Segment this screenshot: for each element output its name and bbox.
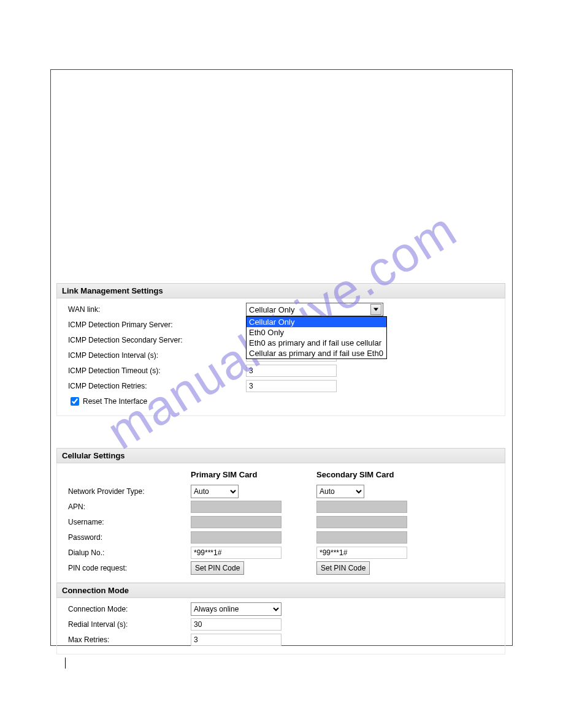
link-management-body: WAN link: Cellular Only Cellular Only Et… [56, 298, 505, 416]
icmp-timeout-input[interactable] [246, 365, 337, 377]
max-retries-label: Max Retries: [68, 635, 191, 644]
set-pin-primary-button[interactable]: Set PIN Code [191, 561, 244, 575]
dialup-primary-input[interactable] [191, 547, 282, 559]
apn-label: APN: [68, 502, 191, 511]
icmp-primary-label: ICMP Detection Primary Server: [68, 320, 246, 329]
wan-link-option[interactable]: Eth0 Only [247, 327, 386, 338]
wan-link-select-button[interactable]: Cellular Only [246, 303, 383, 316]
dialup-label: Dialup No.: [68, 548, 191, 557]
pin-code-label: PIN code request: [68, 564, 191, 572]
password-secondary-input [316, 531, 407, 544]
network-provider-primary-select[interactable]: Auto [191, 485, 239, 498]
cellular-settings-header: Cellular Settings [56, 448, 505, 463]
connection-mode-body: Connection Mode: Always online Redial In… [56, 598, 505, 654]
dialup-secondary-input[interactable] [316, 547, 407, 559]
icmp-interval-label: ICMP Detection Interval (s): [68, 351, 246, 360]
wan-link-select[interactable]: Cellular Only Cellular Only Eth0 Only Et… [246, 303, 383, 316]
wan-link-option-list[interactable]: Cellular Only Eth0 Only Eth0 as primary … [246, 316, 387, 359]
chevron-down-icon [370, 304, 381, 315]
connection-mode-select[interactable]: Always online [191, 602, 282, 616]
connection-mode-label: Connection Mode: [68, 605, 191, 613]
settings-panel: Link Management Settings WAN link: Cellu… [56, 283, 505, 654]
wan-link-select-value: Cellular Only [249, 305, 294, 314]
icmp-secondary-label: ICMP Detection Secondary Server: [68, 336, 246, 344]
username-primary-input [191, 516, 282, 528]
password-label: Password: [68, 533, 191, 542]
primary-sim-header: Primary SIM Card [191, 470, 316, 479]
icmp-timeout-label: ICMP Detection Timeout (s): [68, 366, 246, 375]
set-pin-secondary-button[interactable]: Set PIN Code [316, 561, 370, 575]
wan-link-option[interactable]: Cellular as primary and if fail use Eth0 [247, 348, 386, 358]
username-label: Username: [68, 518, 191, 526]
password-primary-input [191, 531, 282, 544]
text-cursor [65, 658, 66, 669]
redial-interval-label: Redial Interval (s): [68, 620, 191, 629]
icmp-retries-label: ICMP Detection Retries: [68, 382, 246, 390]
wan-link-option[interactable]: Cellular Only [247, 317, 386, 327]
apn-secondary-input [316, 501, 407, 513]
connection-mode-header: Connection Mode [56, 583, 505, 598]
reset-interface-checkbox[interactable] [71, 397, 79, 406]
link-management-header: Link Management Settings [56, 283, 505, 298]
icmp-retries-input[interactable] [246, 380, 337, 392]
max-retries-input[interactable] [191, 634, 282, 646]
username-secondary-input [316, 516, 407, 528]
wan-link-label: WAN link: [68, 305, 246, 314]
reset-interface-label: Reset The Interface [83, 397, 147, 406]
apn-primary-input [191, 501, 282, 513]
wan-link-option[interactable]: Eth0 as primary and if fail use cellular [247, 338, 386, 348]
cellular-settings-body: Primary SIM Card Secondary SIM Card Netw… [56, 463, 505, 583]
secondary-sim-header: Secondary SIM Card [316, 470, 442, 479]
network-provider-label: Network Provider Type: [68, 487, 191, 496]
redial-interval-input[interactable] [191, 618, 282, 631]
network-provider-secondary-select[interactable]: Auto [316, 485, 364, 498]
